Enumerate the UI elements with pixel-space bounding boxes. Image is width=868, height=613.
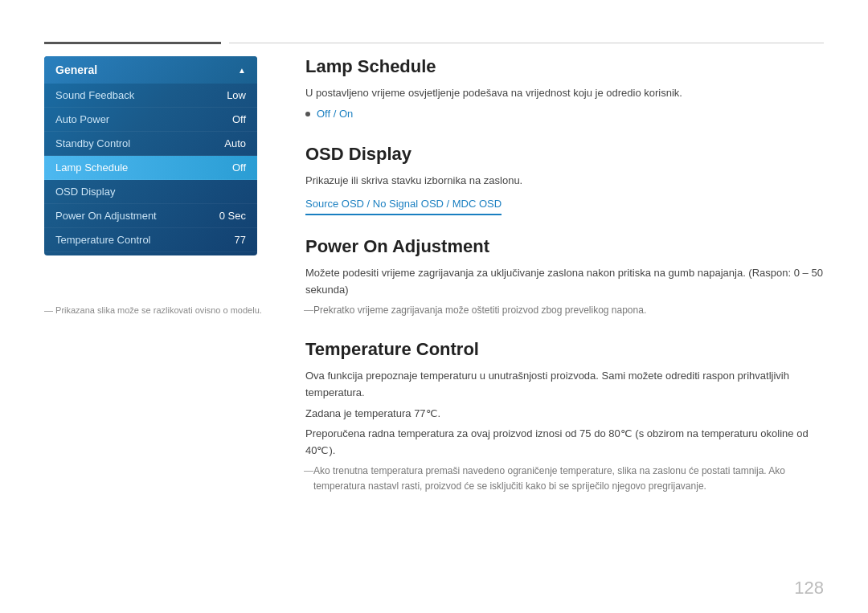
lamp-schedule-title: Lamp Schedule: [305, 56, 824, 77]
sidebar-item-value: Low: [227, 89, 246, 101]
sidebar-panel: General ▲ Sound Feedback Low Auto Power …: [44, 56, 257, 255]
section-lamp-schedule: Lamp Schedule U postavljeno vrijeme osvj…: [305, 56, 824, 123]
sidebar-header: General ▲: [44, 56, 257, 84]
section-power-on-adjustment: Power On Adjustment Možete podesiti vrij…: [305, 236, 824, 318]
sidebar-item-standby-control[interactable]: Standby Control Auto: [44, 132, 257, 156]
bullet-dot-icon: [305, 112, 310, 116]
sidebar-item-value: 0 Sec: [219, 210, 246, 222]
power-on-adjustment-title: Power On Adjustment: [305, 236, 824, 257]
sidebar-item-osd-display[interactable]: OSD Display: [44, 180, 257, 204]
sidebar-item-label: Sound Feedback: [55, 89, 134, 101]
sidebar-item-value: Auto: [224, 137, 246, 149]
osd-display-title: OSD Display: [305, 144, 824, 165]
lamp-schedule-bullet: Off / On: [305, 106, 824, 123]
temperature-control-body3: Preporučena radna temperatura za ovaj pr…: [305, 426, 824, 460]
sidebar-item-label: Lamp Schedule: [55, 161, 128, 174]
power-on-adjustment-note: Prekratko vrijeme zagrijavanja može ošte…: [305, 303, 824, 318]
temperature-control-body1: Ova funkcija prepoznaje temperaturu u un…: [305, 368, 824, 402]
main-content: Lamp Schedule U postavljeno vrijeme osvj…: [305, 56, 824, 581]
sidebar-item-value: 77: [235, 234, 246, 246]
top-line-light: [229, 43, 824, 43]
sidebar-item-label: OSD Display: [55, 186, 115, 198]
temperature-control-title: Temperature Control: [305, 339, 824, 360]
sidebar-item-temperature-control[interactable]: Temperature Control 77: [44, 228, 257, 252]
sidebar-item-lamp-schedule[interactable]: Lamp Schedule Off: [44, 156, 257, 180]
sidebar-item-auto-power[interactable]: Auto Power Off: [44, 108, 257, 132]
sidebar-item-sound-feedback[interactable]: Sound Feedback Low: [44, 84, 257, 108]
temperature-control-note: Ako trenutna temperatura premaši naveden…: [305, 464, 824, 494]
sidebar-item-value: Off: [232, 113, 246, 125]
sidebar-item-value: Off: [232, 161, 246, 174]
sidebar-item-label: Auto Power: [55, 113, 109, 125]
sidebar-item-label: Temperature Control: [55, 234, 151, 246]
section-temperature-control: Temperature Control Ova funkcija prepozn…: [305, 339, 824, 494]
sidebar-item-label: Standby Control: [55, 137, 130, 149]
section-osd-display: OSD Display Prikazuje ili skriva stavku …: [305, 144, 824, 216]
osd-display-body: Prikazuje ili skriva stavku izbornika na…: [305, 173, 824, 190]
top-line-dark: [44, 42, 221, 44]
lamp-schedule-bullet-text: Off / On: [317, 106, 353, 123]
page-number: 128: [794, 578, 824, 599]
top-lines: [0, 42, 868, 44]
lamp-schedule-body: U postavljeno vrijeme osvjetljenje podeš…: [305, 85, 824, 102]
osd-display-highlight: Source OSD / No Signal OSD / MDC OSD: [305, 193, 824, 215]
sidebar-header-label: General: [55, 63, 97, 76]
osd-display-highlight-text: Source OSD / No Signal OSD / MDC OSD: [305, 196, 502, 215]
sidebar-header-arrow: ▲: [238, 66, 246, 75]
temperature-control-body2: Zadana je temperatura 77℃.: [305, 406, 824, 423]
sidebar-note: ― Prikazana slika može se razlikovati ov…: [44, 305, 262, 315]
power-on-adjustment-body: Možete podesiti vrijeme zagrijavanja za …: [305, 265, 824, 299]
sidebar-item-power-on-adjustment[interactable]: Power On Adjustment 0 Sec: [44, 204, 257, 228]
sidebar-item-label: Power On Adjustment: [55, 210, 157, 222]
